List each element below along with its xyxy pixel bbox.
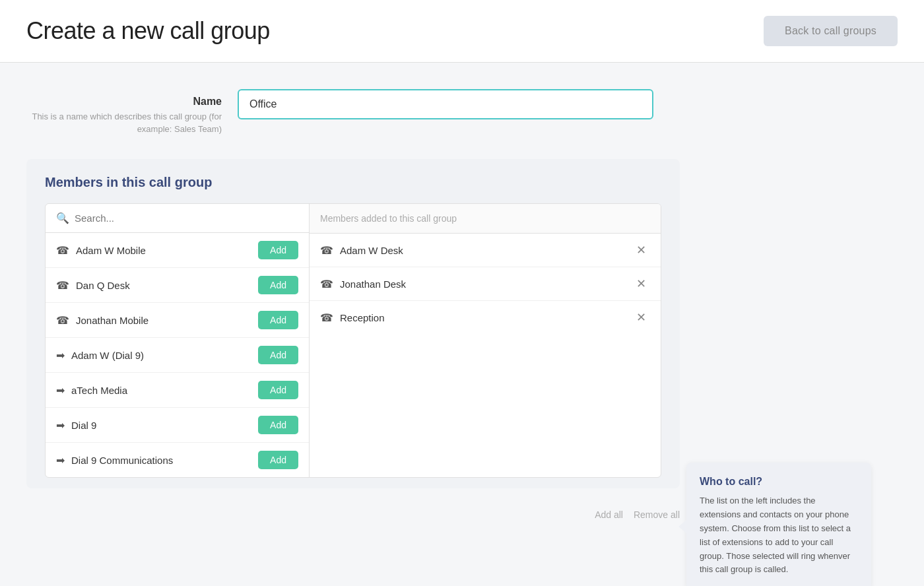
contact-name: Dial 9 Communications — [71, 455, 173, 466]
add-jonathan-mobile-button[interactable]: Add — [258, 311, 298, 329]
phone-icon: ☎ — [56, 244, 69, 257]
name-input-group — [238, 89, 653, 119]
tooltip-text: The list on the left includes the extens… — [700, 494, 858, 577]
list-item: ➡ aTech Media Add — [46, 373, 309, 408]
add-dial9-button[interactable]: Add — [258, 416, 298, 434]
member-name: Adam W Desk — [340, 245, 403, 256]
arrow-right-icon: ➡ — [56, 384, 65, 397]
contact-left: ➡ Dial 9 Communications — [56, 454, 173, 467]
list-item: ☎ Reception ✕ — [310, 301, 661, 334]
name-form-section: Name This is a name which describes this… — [26, 89, 898, 135]
remove-reception-button[interactable]: ✕ — [632, 310, 650, 325]
tooltip-area: Who to call? The list on the left includ… — [686, 159, 898, 520]
contact-name: Jonathan Mobile — [76, 315, 148, 326]
contact-name: Adam W (Dial 9) — [71, 350, 144, 361]
add-all-button[interactable]: Add all — [595, 509, 623, 520]
member-left: ☎ Adam W Desk — [320, 244, 403, 257]
back-to-call-groups-button[interactable]: Back to call groups — [764, 16, 898, 46]
add-adam-w-dial9-button[interactable]: Add — [258, 346, 298, 364]
tooltip-title: Who to call? — [700, 476, 858, 488]
add-dial9-communications-button[interactable]: Add — [258, 451, 298, 469]
members-panel: 🔍 ☎ Adam W Mobile Add — [45, 203, 661, 478]
contact-name: aTech Media — [71, 385, 127, 396]
remove-adam-w-desk-button[interactable]: ✕ — [632, 243, 650, 257]
contact-left: ☎ Jonathan Mobile — [56, 314, 148, 327]
contact-left: ➡ aTech Media — [56, 384, 127, 397]
list-item: ☎ Jonathan Desk ✕ — [310, 267, 661, 301]
tooltip-box: Who to call? The list on the left includ… — [686, 463, 871, 586]
contact-left: ➡ Adam W (Dial 9) — [56, 349, 144, 362]
contact-name: Adam W Mobile — [76, 245, 146, 256]
member-left: ☎ Reception — [320, 311, 385, 324]
add-atech-media-button[interactable]: Add — [258, 381, 298, 399]
tooltip-arrow — [678, 520, 686, 533]
page-header: Create a new call group Back to call gro… — [0, 0, 924, 63]
arrow-right-icon: ➡ — [56, 454, 65, 467]
members-section: Members in this call group 🔍 — [26, 159, 680, 488]
contact-left: ☎ Dan Q Desk — [56, 279, 130, 292]
remove-all-button[interactable]: Remove all — [634, 509, 680, 520]
member-name: Jonathan Desk — [340, 278, 406, 290]
left-area: Members in this call group 🔍 — [26, 159, 686, 520]
name-label: Name — [26, 96, 222, 108]
members-title: Members in this call group — [45, 175, 661, 190]
contact-left: ☎ Adam W Mobile — [56, 244, 146, 257]
contact-left: ➡ Dial 9 — [56, 419, 96, 432]
arrow-right-icon: ➡ — [56, 349, 65, 362]
phone-icon: ☎ — [320, 244, 333, 257]
remove-jonathan-desk-button[interactable]: ✕ — [632, 277, 650, 291]
member-name: Reception — [340, 312, 385, 323]
list-item: ☎ Adam W Desk ✕ — [310, 234, 661, 267]
list-item: ➡ Adam W (Dial 9) Add — [46, 338, 309, 373]
phone-icon: ☎ — [56, 279, 69, 292]
actions-row: Add all Remove all — [26, 502, 680, 520]
contact-list: ☎ Adam W Mobile Add ☎ Dan Q Desk — [46, 233, 309, 477]
content-area: Members in this call group 🔍 — [26, 159, 898, 520]
contact-list-panel: 🔍 ☎ Adam W Mobile Add — [46, 204, 310, 477]
name-input[interactable] — [238, 89, 653, 119]
add-dan-q-desk-button[interactable]: Add — [258, 276, 298, 294]
added-members-panel: Members added to this call group ☎ Adam … — [310, 204, 661, 477]
list-item: ➡ Dial 9 Add — [46, 408, 309, 443]
page-title: Create a new call group — [26, 17, 270, 45]
phone-icon: ☎ — [320, 278, 333, 290]
form-label-group: Name This is a name which describes this… — [26, 89, 238, 135]
search-bar: 🔍 — [46, 204, 309, 233]
member-list: ☎ Adam W Desk ✕ ☎ Jonathan Desk — [310, 234, 661, 477]
main-content: Name This is a name which describes this… — [0, 63, 924, 546]
search-icon: 🔍 — [56, 212, 69, 224]
list-item: ☎ Adam W Mobile Add — [46, 233, 309, 268]
list-item: ➡ Dial 9 Communications Add — [46, 443, 309, 477]
contact-name: Dan Q Desk — [76, 280, 130, 291]
name-sublabel: This is a name which describes this call… — [32, 112, 222, 134]
phone-icon: ☎ — [320, 311, 333, 324]
add-adam-w-mobile-button[interactable]: Add — [258, 241, 298, 259]
list-item: ☎ Jonathan Mobile Add — [46, 303, 309, 338]
arrow-right-icon: ➡ — [56, 419, 65, 432]
list-item: ☎ Dan Q Desk Add — [46, 268, 309, 303]
contact-name: Dial 9 — [71, 420, 96, 431]
member-left: ☎ Jonathan Desk — [320, 278, 406, 290]
right-panel-header: Members added to this call group — [310, 204, 661, 234]
search-input[interactable] — [75, 212, 298, 224]
phone-icon: ☎ — [56, 314, 69, 327]
